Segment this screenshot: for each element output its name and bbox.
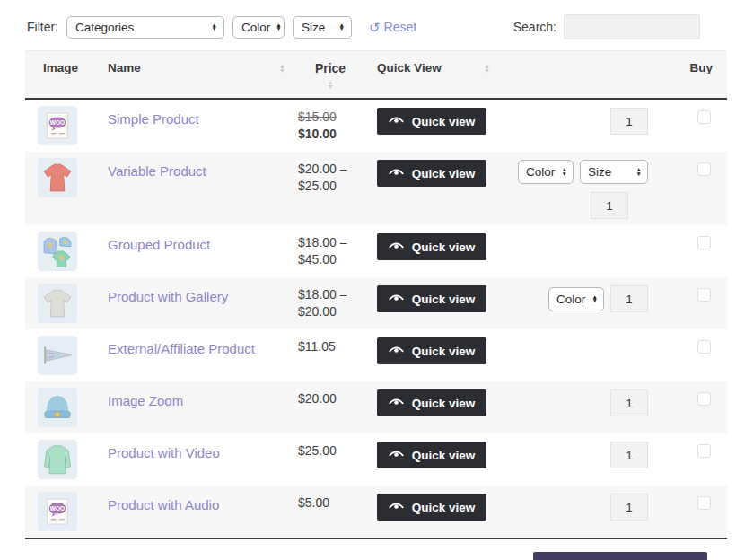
product-name-link[interactable]: Product with Gallery bbox=[108, 284, 228, 304]
table-row: External/Affiliate Product $11.05 Quick … bbox=[25, 329, 727, 381]
product-price: $25.00 bbox=[294, 433, 368, 464]
price-line: $11.05 bbox=[298, 339, 364, 354]
price-line: $15.00 bbox=[298, 109, 364, 124]
buy-checkbox[interactable] bbox=[697, 444, 711, 458]
eye-icon bbox=[389, 501, 404, 514]
product-table-page: Filter: Categories ▲▼ Color ▲▼ Size ▲▼ ↺… bbox=[0, 0, 736, 560]
buy-checkbox[interactable] bbox=[697, 288, 711, 302]
column-header-quick-view[interactable]: Quick View ▲▼ bbox=[368, 51, 503, 83]
quick-view-button[interactable]: Quick view bbox=[377, 494, 486, 521]
column-header-variations bbox=[503, 51, 662, 70]
table-row: WOO Simple Product $15.00$10.00 Quick vi… bbox=[25, 100, 727, 152]
buy-checkbox[interactable] bbox=[697, 496, 711, 510]
quantity-input[interactable]: 1 bbox=[610, 494, 648, 521]
product-thumbnail[interactable] bbox=[38, 284, 77, 323]
reset-button[interactable]: ↺ Reset bbox=[369, 20, 416, 34]
product-price: $18.00 –$20.00 bbox=[294, 277, 368, 325]
select-stepper-icon: ▲▼ bbox=[339, 23, 345, 31]
quantity-input[interactable]: 1 bbox=[610, 442, 648, 468]
product-price: $15.00$10.00 bbox=[294, 100, 368, 147]
product-name-link[interactable]: Product with Audio bbox=[108, 492, 219, 512]
table-row: Product with Video $25.00 Quick view 1 bbox=[25, 433, 727, 486]
price-line: $10.00 bbox=[298, 127, 364, 141]
table-header-row: Image Name ▲▼ Price ▲▼ Quick View ▲▼ Buy bbox=[25, 51, 727, 100]
filter-color-select[interactable]: Color ▲▼ bbox=[232, 16, 285, 39]
reset-label: Reset bbox=[384, 20, 417, 34]
product-thumbnail[interactable] bbox=[38, 336, 77, 375]
eye-icon bbox=[389, 293, 404, 306]
search-input[interactable] bbox=[564, 14, 700, 39]
price-line: $18.00 – bbox=[298, 287, 364, 302]
table-row: Image Zoom $20.00 Quick view 1 bbox=[25, 381, 727, 433]
add-selected-button[interactable]: Add Selected To Cart bbox=[533, 552, 707, 560]
variation-color-select[interactable]: Color▲▼ bbox=[518, 160, 574, 184]
price-line: $25.00 bbox=[298, 443, 364, 458]
sort-icon[interactable]: ▲▼ bbox=[484, 64, 490, 73]
column-header-price[interactable]: Price ▲▼ bbox=[294, 51, 368, 98]
quick-view-button[interactable]: Quick view bbox=[377, 108, 486, 135]
buy-checkbox[interactable] bbox=[697, 110, 711, 124]
quick-view-button[interactable]: Quick view bbox=[377, 160, 486, 187]
svg-text:WOO: WOO bbox=[50, 119, 65, 126]
quantity-input[interactable]: 1 bbox=[610, 389, 648, 416]
quantity-input[interactable]: 1 bbox=[610, 285, 648, 312]
product-thumbnail[interactable] bbox=[38, 440, 77, 479]
product-name-link[interactable]: Image Zoom bbox=[108, 388, 183, 408]
buy-checkbox[interactable] bbox=[697, 162, 711, 176]
buy-checkbox[interactable] bbox=[697, 236, 711, 249]
product-thumbnail[interactable]: WOO bbox=[38, 106, 77, 145]
price-line: $25.00 bbox=[298, 179, 364, 193]
eye-icon bbox=[389, 167, 404, 180]
filter-label: Filter: bbox=[27, 20, 58, 34]
search-area: Search: bbox=[513, 14, 700, 39]
quick-view-button[interactable]: Quick view bbox=[377, 389, 486, 416]
variations-cell bbox=[503, 329, 662, 344]
quantity-input[interactable]: 1 bbox=[591, 192, 628, 219]
table-row: Product with Gallery $18.00 –$20.00 Quic… bbox=[25, 277, 727, 329]
product-thumbnail[interactable] bbox=[38, 158, 77, 197]
filter-categories-select[interactable]: Categories ▲▼ bbox=[66, 16, 224, 39]
product-thumbnail[interactable]: WOO bbox=[38, 492, 77, 531]
quick-view-button[interactable]: Quick view bbox=[377, 337, 486, 364]
filter-size-select[interactable]: Size ▲▼ bbox=[293, 16, 352, 39]
product-price: $20.00 bbox=[294, 381, 368, 412]
select-stepper-icon: ▲▼ bbox=[212, 23, 217, 31]
variation-size-select[interactable]: Size▲▼ bbox=[580, 160, 648, 184]
select-stepper-icon: ▲▼ bbox=[636, 168, 642, 176]
price-line: $20.00 – bbox=[298, 162, 364, 176]
select-stepper-icon: ▲▼ bbox=[276, 23, 281, 31]
sort-icon[interactable]: ▲▼ bbox=[279, 64, 285, 73]
variations-cell: 1 bbox=[503, 100, 662, 141]
quick-view-button[interactable]: Quick view bbox=[377, 285, 486, 312]
eye-icon bbox=[389, 449, 404, 462]
quick-view-button[interactable]: Quick view bbox=[377, 442, 486, 468]
select-stepper-icon: ▲▼ bbox=[592, 295, 598, 303]
svg-text:WOO: WOO bbox=[50, 505, 65, 512]
filter-toolbar: Filter: Categories ▲▼ Color ▲▼ Size ▲▼ ↺… bbox=[25, 11, 727, 50]
product-thumbnail[interactable] bbox=[38, 388, 77, 427]
quick-view-button[interactable]: Quick view bbox=[377, 233, 486, 260]
product-name-link[interactable]: External/Affiliate Product bbox=[108, 336, 255, 356]
variations-cell: 1 bbox=[503, 433, 662, 475]
product-name-link[interactable]: Grouped Product bbox=[108, 232, 210, 252]
products-table: Image Name ▲▼ Price ▲▼ Quick View ▲▼ Buy… bbox=[25, 50, 727, 539]
product-thumbnail[interactable] bbox=[38, 232, 77, 271]
quantity-input[interactable]: 1 bbox=[610, 108, 648, 135]
buy-checkbox[interactable] bbox=[697, 392, 711, 406]
product-name-link[interactable]: Simple Product bbox=[108, 106, 199, 127]
variations-cell bbox=[503, 225, 662, 240]
product-price: $5.00 bbox=[294, 486, 368, 516]
table-body: WOO Simple Product $15.00$10.00 Quick vi… bbox=[25, 100, 727, 538]
column-header-name[interactable]: Name ▲▼ bbox=[104, 51, 294, 83]
product-name-link[interactable]: Variable Product bbox=[108, 158, 206, 179]
variation-color-select[interactable]: Color▲▼ bbox=[548, 287, 604, 311]
price-line: $5.00 bbox=[298, 495, 364, 510]
product-price: $20.00 –$25.00 bbox=[294, 152, 368, 199]
buy-checkbox[interactable] bbox=[697, 340, 711, 354]
column-header-image: Image bbox=[25, 51, 104, 83]
eye-icon bbox=[389, 241, 404, 254]
product-name-link[interactable]: Product with Video bbox=[108, 440, 220, 460]
table-row: WOO Product with Audio $5.00 Quick view … bbox=[25, 486, 727, 538]
sort-icon[interactable]: ▲▼ bbox=[328, 80, 334, 89]
product-price: $11.05 bbox=[294, 329, 368, 360]
